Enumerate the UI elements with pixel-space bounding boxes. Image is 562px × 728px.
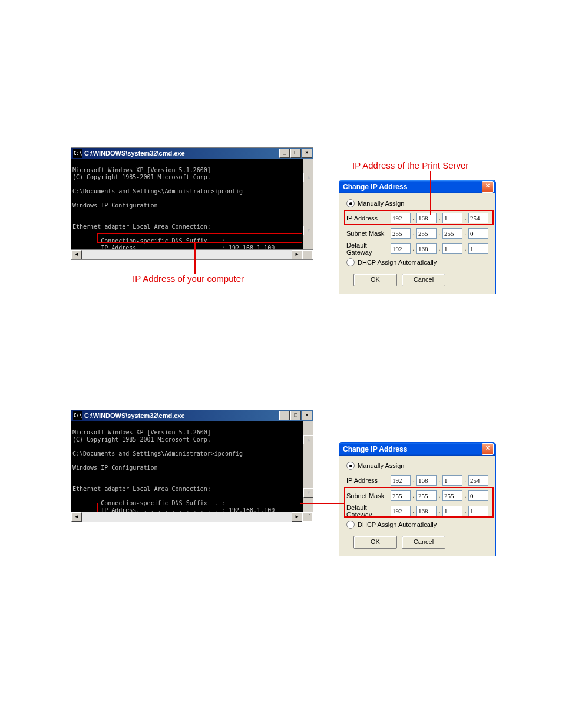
gateway-row: Default Gateway 192. 168. 1. 1 bbox=[346, 243, 488, 255]
cmd-titlebar: C:\ C:\WINDOWS\system32\cmd.exe _ □ × bbox=[71, 148, 313, 159]
mask-octet-3[interactable]: 255 bbox=[442, 228, 462, 239]
ip-octet-2[interactable]: 168 bbox=[416, 475, 437, 486]
scroll-up-button[interactable]: ▲ bbox=[303, 435, 313, 444]
gw-octet-4[interactable]: 1 bbox=[468, 243, 488, 254]
gw-octet-1[interactable]: 192 bbox=[391, 243, 411, 254]
subnet-mask-row: Subnet Mask 255. 255. 255. 0 bbox=[346, 490, 488, 502]
dialog-title: Change IP Address bbox=[343, 445, 482, 453]
scroll-right-button[interactable]: ► bbox=[292, 250, 302, 259]
ip-octet-4[interactable]: 254 bbox=[468, 213, 488, 223]
cmd-line: Ethernet adapter Local Area Connection: bbox=[72, 486, 211, 492]
cmd-line: C:\Documents and Settings\Administrator>… bbox=[72, 450, 243, 457]
gw-octet-2[interactable]: 168 bbox=[416, 243, 437, 254]
ip-octet-3[interactable]: 1 bbox=[442, 475, 462, 486]
ip-octet-1[interactable]: 192 bbox=[391, 475, 411, 486]
cmd-window-bottom: C:\ C:\WINDOWS\system32\cmd.exe _ □ × Mi… bbox=[71, 410, 313, 522]
mask-octet-2[interactable]: 255 bbox=[416, 228, 437, 239]
cmd-line: Connection-specific DNS Suffix . : bbox=[72, 500, 225, 506]
mask-octet-3[interactable]: 255 bbox=[442, 490, 462, 501]
scroll-left-button[interactable]: ◄ bbox=[71, 250, 82, 259]
close-button[interactable]: × bbox=[302, 149, 312, 158]
change-ip-dialog-bottom: Change IP Address × Manually Assign IP A… bbox=[339, 442, 496, 556]
cmd-output: Microsoft Windows XP [Version 5.1.2600] … bbox=[71, 421, 313, 512]
cmd-line: Connection-specific DNS Suffix . : bbox=[72, 238, 225, 244]
gw-octet-4[interactable]: 1 bbox=[468, 506, 488, 516]
resize-grip[interactable]: ⋰ bbox=[302, 250, 313, 259]
cmd-line: Microsoft Windows XP [Version 5.1.2600] bbox=[72, 167, 211, 173]
ip-octet-2[interactable]: 168 bbox=[416, 213, 437, 223]
connector-line bbox=[300, 503, 345, 504]
dialog-title: Change IP Address bbox=[343, 183, 482, 191]
maximize-button[interactable]: □ bbox=[290, 411, 301, 420]
vertical-scrollbar[interactable]: ▲ ▼ bbox=[303, 421, 313, 512]
dialog-close-button[interactable]: × bbox=[482, 181, 494, 193]
scroll-down-button[interactable]: ▼ bbox=[303, 226, 313, 235]
ip-address-row: IP Address 192. 168. 1. 254 bbox=[346, 212, 488, 224]
scroll-right-button[interactable]: ► bbox=[292, 512, 302, 522]
cmd-titlebar: C:\ C:\WINDOWS\system32\cmd.exe _ □ × bbox=[71, 410, 313, 421]
dhcp-assign-label: DHCP Assign Automatically bbox=[358, 521, 437, 528]
minimize-button[interactable]: _ bbox=[279, 411, 290, 420]
ok-button[interactable]: OK bbox=[353, 274, 397, 286]
cmd-line: Windows IP Configuration bbox=[72, 465, 158, 471]
cmd-icon: C:\ bbox=[73, 411, 82, 420]
mask-octet-4[interactable]: 0 bbox=[468, 228, 488, 239]
cancel-button[interactable]: Cancel bbox=[402, 536, 445, 549]
dialog-titlebar: Change IP Address × bbox=[339, 180, 495, 193]
cmd-line: (C) Copyright 1985-2001 Microsoft Corp. bbox=[72, 174, 211, 180]
cmd-line: IP Address. . . . . . . . . . . . : 192.… bbox=[72, 245, 275, 249]
cmd-output: Microsoft Windows XP [Version 5.1.2600] … bbox=[71, 159, 313, 249]
change-ip-dialog-top: Change IP Address × Manually Assign IP A… bbox=[339, 180, 496, 294]
manually-assign-radio[interactable] bbox=[346, 199, 355, 207]
connector-line bbox=[194, 243, 196, 274]
cmd-line: IP Address. . . . . . . . . . . . : 192.… bbox=[72, 507, 275, 512]
ok-button[interactable]: OK bbox=[353, 536, 397, 549]
dhcp-assign-radio[interactable] bbox=[346, 521, 355, 529]
dialog-close-button[interactable]: × bbox=[482, 443, 494, 455]
mask-octet-4[interactable]: 0 bbox=[468, 490, 488, 501]
dialog-titlebar: Change IP Address × bbox=[339, 443, 495, 456]
resize-grip[interactable]: ⋰ bbox=[302, 512, 313, 522]
maximize-button[interactable]: □ bbox=[290, 149, 301, 158]
dhcp-assign-label: DHCP Assign Automatically bbox=[358, 259, 437, 266]
manually-assign-radio[interactable] bbox=[346, 462, 355, 470]
vertical-scrollbar[interactable]: ▲ ▼ bbox=[303, 159, 313, 249]
cmd-line: Ethernet adapter Local Area Connection: bbox=[72, 223, 211, 230]
ip-address-label: IP Address bbox=[346, 477, 391, 484]
close-button[interactable]: × bbox=[302, 411, 312, 420]
manually-assign-label: Manually Assign bbox=[358, 200, 405, 207]
ip-address-label: IP Address bbox=[346, 215, 391, 222]
mask-octet-1[interactable]: 255 bbox=[391, 490, 411, 501]
subnet-mask-row: Subnet Mask 255. 255. 255. 0 bbox=[346, 228, 488, 239]
gw-octet-3[interactable]: 1 bbox=[442, 243, 462, 254]
cancel-button[interactable]: Cancel bbox=[402, 274, 445, 286]
annotation-computer-ip: IP Address of your computer bbox=[133, 274, 244, 284]
scroll-down-button[interactable]: ▼ bbox=[303, 488, 313, 498]
cmd-line: Microsoft Windows XP [Version 5.1.2600] bbox=[72, 429, 211, 436]
cmd-line: C:\Documents and Settings\Administrator>… bbox=[72, 188, 243, 195]
ip-octet-3[interactable]: 1 bbox=[442, 213, 462, 223]
horizontal-scrollbar[interactable]: ◄ ► ⋰ bbox=[71, 249, 313, 259]
cmd-icon: C:\ bbox=[73, 149, 82, 158]
cmd-line: Windows IP Configuration bbox=[72, 202, 158, 209]
gateway-label: Default Gateway bbox=[346, 504, 391, 518]
ip-octet-1[interactable]: 192 bbox=[391, 213, 411, 223]
dhcp-assign-radio[interactable] bbox=[346, 258, 355, 266]
gw-octet-1[interactable]: 192 bbox=[391, 506, 411, 516]
cmd-window-top: C:\ C:\WINDOWS\system32\cmd.exe _ □ × Mi… bbox=[71, 147, 313, 260]
minimize-button[interactable]: _ bbox=[279, 149, 290, 158]
ip-address-row: IP Address 192. 168. 1. 254 bbox=[346, 475, 488, 486]
cmd-title: C:\WINDOWS\system32\cmd.exe bbox=[84, 412, 279, 419]
horizontal-scrollbar[interactable]: ◄ ► ⋰ bbox=[71, 512, 313, 522]
gateway-label: Default Gateway bbox=[346, 242, 391, 256]
manually-assign-label: Manually Assign bbox=[358, 462, 405, 469]
gw-octet-3[interactable]: 1 bbox=[442, 506, 462, 516]
subnet-mask-label: Subnet Mask bbox=[346, 230, 391, 237]
scroll-left-button[interactable]: ◄ bbox=[71, 512, 82, 522]
ip-octet-4[interactable]: 254 bbox=[468, 475, 488, 486]
cmd-line: (C) Copyright 1985-2001 Microsoft Corp. bbox=[72, 436, 211, 443]
mask-octet-2[interactable]: 255 bbox=[416, 490, 437, 501]
scroll-up-button[interactable]: ▲ bbox=[303, 173, 313, 182]
mask-octet-1[interactable]: 255 bbox=[391, 228, 411, 239]
gw-octet-2[interactable]: 168 bbox=[416, 506, 437, 516]
